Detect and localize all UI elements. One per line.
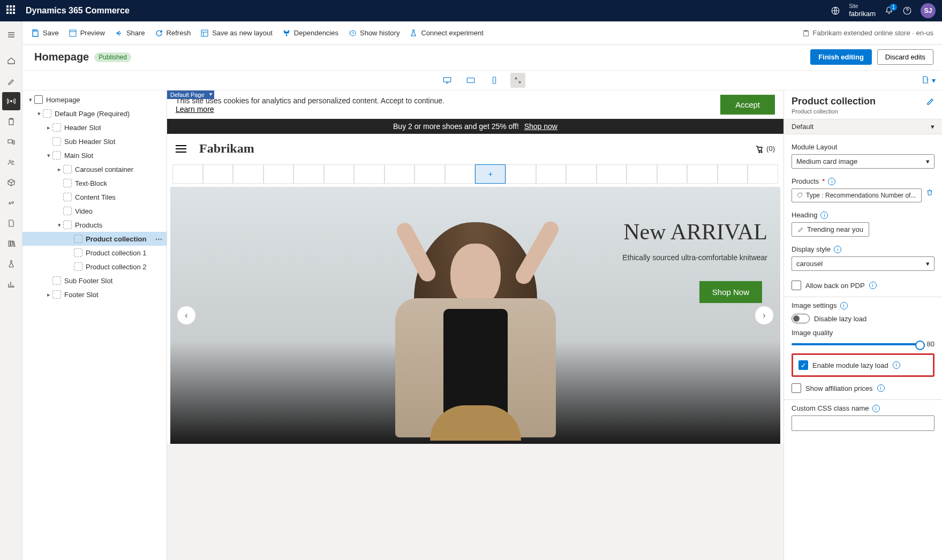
- tree-main-slot[interactable]: ▾Main Slot: [22, 148, 167, 162]
- tree-product-collection[interactable]: ·Product collection⋯: [22, 232, 167, 246]
- expand-icon[interactable]: [510, 73, 525, 88]
- user-avatar[interactable]: SJ: [921, 3, 936, 18]
- products-label: Products: [792, 177, 819, 185]
- desktop-icon[interactable]: [440, 73, 455, 88]
- chevron-down-icon[interactable]: ▾: [932, 76, 936, 85]
- info-icon[interactable]: i: [877, 384, 885, 392]
- save-layout-button[interactable]: Save as new layout: [200, 29, 273, 37]
- site-selector[interactable]: Site fabrikam: [849, 4, 876, 18]
- hero-subtitle: Ethically sourced ultra-comfortable knit…: [622, 253, 767, 262]
- properties-panel: Product collection Product collection De…: [783, 90, 942, 560]
- tree-default-page[interactable]: ▾Default Page (Required): [22, 107, 167, 120]
- info-icon[interactable]: i: [869, 282, 877, 289]
- tree-footer[interactable]: ▸Footer Slot: [22, 287, 167, 301]
- brand-logo[interactable]: Fabrikam: [199, 141, 254, 156]
- page-header: Homepage Published Finish editing Discar…: [22, 45, 942, 70]
- shop-now-button[interactable]: Shop Now: [699, 281, 762, 303]
- add-module-strip: +: [172, 164, 778, 184]
- css-input[interactable]: [792, 415, 935, 431]
- cart-button[interactable]: (0): [756, 145, 775, 153]
- affiliation-checkbox[interactable]: [792, 383, 801, 393]
- home-icon[interactable]: [2, 51, 20, 70]
- finish-editing-button[interactable]: Finish editing: [810, 49, 872, 65]
- tree-product-collection-1[interactable]: ·Product collection 1: [22, 246, 167, 260]
- rocket-icon[interactable]: [2, 72, 20, 90]
- chevron-down-icon: ▾: [926, 260, 930, 268]
- info-icon[interactable]: i: [893, 361, 900, 369]
- tree-content-tiles[interactable]: ·Content Tiles: [22, 190, 167, 204]
- svg-rect-19: [493, 77, 495, 84]
- link-icon[interactable]: [2, 194, 20, 212]
- learn-more-link[interactable]: Learn more: [176, 105, 214, 113]
- refresh-button[interactable]: Refresh: [155, 29, 191, 37]
- display-style-dropdown[interactable]: carousel▾: [792, 256, 935, 271]
- command-bar: Save Preview Share Refresh Save as new l…: [22, 21, 942, 45]
- carousel-next-icon[interactable]: ›: [755, 306, 774, 325]
- environment-label[interactable]: Fabrikam extended online store · en-us: [802, 29, 933, 37]
- disable-lazy-toggle[interactable]: [792, 314, 810, 323]
- info-icon[interactable]: i: [820, 211, 828, 219]
- allow-pdp-checkbox[interactable]: [792, 281, 801, 290]
- menu-icon[interactable]: [2, 26, 20, 44]
- tree-sub-header-slot[interactable]: ·Sub Header Slot: [22, 134, 167, 148]
- svg-rect-11: [201, 30, 208, 36]
- props-section-default[interactable]: Default ▾: [784, 119, 942, 134]
- share-button[interactable]: Share: [115, 29, 145, 37]
- accept-button[interactable]: Accept: [720, 95, 775, 115]
- dependencies-button[interactable]: Dependencies: [282, 29, 338, 37]
- save-button[interactable]: Save: [31, 29, 59, 37]
- hero-title: New ARRIVAL: [622, 219, 767, 245]
- outline-tree: ▾Homepage ▾Default Page (Required) ▸Head…: [22, 90, 167, 560]
- svg-rect-17: [443, 78, 451, 82]
- edit-icon[interactable]: [926, 97, 935, 106]
- tree-products[interactable]: ▾Products: [22, 218, 167, 232]
- tablet-landscape-icon[interactable]: [463, 73, 478, 88]
- carousel-prev-icon[interactable]: ‹: [177, 306, 196, 325]
- stats-icon[interactable]: [2, 275, 20, 293]
- clipboard-icon[interactable]: [2, 112, 20, 131]
- info-icon[interactable]: i: [834, 246, 841, 253]
- promo-link[interactable]: Shop now: [524, 122, 557, 131]
- module-layout-dropdown[interactable]: Medium card image▾: [792, 154, 935, 169]
- help-icon[interactable]: [902, 6, 912, 16]
- preview-button[interactable]: Preview: [69, 29, 105, 37]
- mobile-icon[interactable]: [487, 73, 502, 88]
- people-icon[interactable]: [2, 153, 20, 171]
- tree-sub-footer[interactable]: ·Sub Footer Slot: [22, 274, 167, 287]
- tree-text-block[interactable]: ·Text-Block: [22, 176, 167, 190]
- devices-icon[interactable]: [2, 133, 20, 151]
- tree-carousel[interactable]: ▸Carousel container: [22, 162, 167, 176]
- more-icon[interactable]: ⋯: [155, 235, 162, 243]
- add-module-button[interactable]: +: [475, 164, 506, 184]
- info-icon[interactable]: i: [840, 302, 848, 309]
- svg-rect-18: [467, 78, 474, 83]
- affiliation-label: Show affiliation prices: [805, 384, 873, 392]
- experiment-button[interactable]: Connect experiment: [409, 29, 483, 37]
- library-icon[interactable]: [2, 234, 20, 253]
- tree-video[interactable]: ·Video: [22, 204, 167, 218]
- delete-icon[interactable]: [925, 188, 935, 202]
- history-button[interactable]: Show history: [348, 29, 400, 37]
- tree-product-collection-2[interactable]: ·Product collection 2: [22, 260, 167, 274]
- page-tag[interactable]: Default Page: [167, 90, 214, 99]
- hero-image: [390, 202, 561, 437]
- info-icon[interactable]: i: [828, 178, 835, 185]
- notifications-icon[interactable]: 1: [884, 6, 894, 16]
- enable-lazy-checkbox[interactable]: ✓: [798, 360, 808, 370]
- heading-button[interactable]: Trending near you: [792, 222, 869, 237]
- hamburger-icon[interactable]: [176, 145, 186, 153]
- box-icon[interactable]: [2, 173, 20, 192]
- discard-edits-button[interactable]: Discard edits: [877, 49, 933, 65]
- site-prefix-label: Site: [849, 4, 876, 9]
- page-icon[interactable]: [2, 214, 20, 232]
- globe-icon[interactable]: [831, 6, 840, 16]
- tree-root[interactable]: ▾Homepage: [22, 93, 167, 107]
- product-chip[interactable]: Type : Recommendations Number of...: [792, 188, 922, 202]
- tree-header-slot[interactable]: ▸Header Slot: [22, 120, 167, 134]
- quality-slider[interactable]: [792, 343, 922, 345]
- device-options-icon[interactable]: [921, 75, 930, 86]
- flask-icon[interactable]: [2, 255, 20, 273]
- info-icon[interactable]: i: [872, 405, 880, 412]
- app-launcher-icon[interactable]: [6, 5, 17, 16]
- broadcast-icon[interactable]: [2, 92, 20, 110]
